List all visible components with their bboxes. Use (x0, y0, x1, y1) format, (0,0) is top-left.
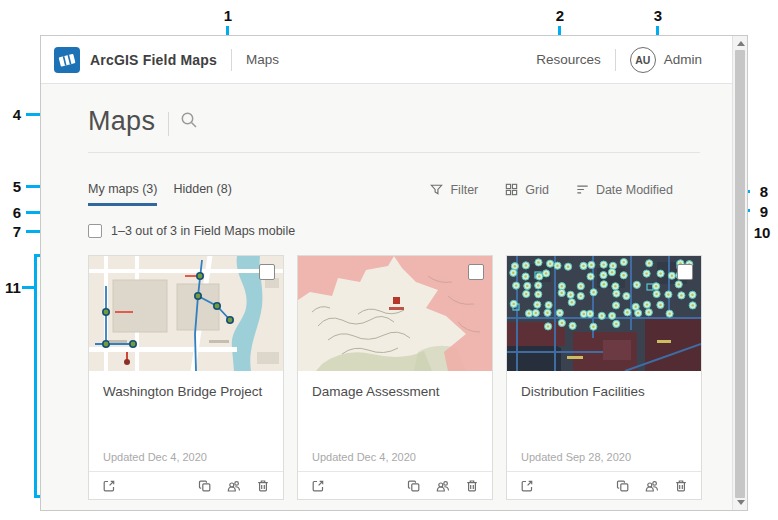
select-all-checkbox[interactable] (88, 224, 102, 238)
resources-link[interactable]: Resources (536, 52, 601, 67)
callout-label-1: 1 (215, 8, 241, 24)
card-footer (507, 471, 701, 499)
header-divider (231, 49, 232, 71)
delete-icon[interactable] (255, 478, 271, 494)
map-thumbnail[interactable] (298, 256, 492, 371)
card-title: Distribution Facilities (521, 384, 689, 399)
grid-icon (504, 182, 519, 197)
vertical-scrollbar[interactable] (732, 36, 747, 510)
duplicate-icon[interactable] (197, 478, 213, 494)
card-checkbox[interactable] (468, 264, 484, 280)
list-toolbar: Filter Grid Date Modified (429, 182, 673, 197)
title-divider (168, 112, 169, 136)
filter-button[interactable]: Filter (429, 182, 478, 197)
callout-label-10: 10 (749, 225, 775, 241)
mobile-selection-row: 1–3 out of 3 in Field Maps mobile (88, 224, 295, 238)
tab-my-maps[interactable]: My maps (3) (88, 182, 157, 206)
map-thumbnail[interactable] (89, 256, 283, 371)
card-checkbox[interactable] (259, 264, 275, 280)
share-group-icon[interactable] (435, 478, 451, 494)
card-title: Damage Assessment (312, 384, 480, 399)
app-header: ArcGIS Field Maps Maps Resources AU Admi… (41, 36, 734, 84)
map-thumbnail[interactable] (507, 256, 701, 371)
card-updated: Updated Dec 4, 2020 (312, 451, 416, 463)
open-map-icon[interactable] (519, 478, 535, 494)
app-title: ArcGIS Field Maps (90, 52, 217, 68)
grid-view-button[interactable]: Grid (504, 182, 549, 197)
card-footer (89, 471, 283, 499)
scrollbar-up-arrow-icon[interactable] (737, 41, 745, 46)
nav-maps[interactable]: Maps (246, 52, 279, 67)
page-title: Maps (88, 106, 155, 137)
tab-hidden[interactable]: Hidden (8) (173, 182, 231, 206)
card-footer (298, 471, 492, 499)
tab-bar: My maps (3) Hidden (8) (88, 182, 232, 206)
map-card-distribution-facilities[interactable]: Distribution Facilities Updated Sep 28, … (506, 255, 702, 500)
mobile-selection-label: 1–3 out of 3 in Field Maps mobile (111, 224, 295, 238)
filter-label: Filter (450, 183, 478, 197)
grid-label: Grid (525, 183, 549, 197)
open-map-icon[interactable] (101, 478, 117, 494)
duplicate-icon[interactable] (406, 478, 422, 494)
user-name[interactable]: Admin (664, 52, 702, 67)
delete-icon[interactable] (673, 478, 689, 494)
map-card-damage-assessment[interactable]: Damage Assessment Updated Dec 4, 2020 (297, 255, 493, 500)
callout-label-8: 8 (751, 184, 777, 200)
card-updated: Updated Dec 4, 2020 (103, 451, 207, 463)
sort-label: Date Modified (596, 183, 673, 197)
scrollbar-thumb[interactable] (735, 50, 745, 498)
share-group-icon[interactable] (226, 478, 242, 494)
callout-label-9: 9 (751, 204, 777, 220)
sort-button[interactable]: Date Modified (575, 182, 673, 197)
sort-icon (575, 182, 590, 197)
search-icon[interactable] (179, 110, 199, 130)
delete-icon[interactable] (464, 478, 480, 494)
open-map-icon[interactable] (310, 478, 326, 494)
duplicate-icon[interactable] (615, 478, 631, 494)
search-underline (88, 152, 700, 153)
field-maps-window: ArcGIS Field Maps Maps Resources AU Admi… (40, 35, 748, 511)
arcgis-field-maps-logo (54, 47, 80, 73)
user-avatar[interactable]: AU (630, 47, 656, 73)
callout-label-2: 2 (547, 8, 573, 24)
header-divider (615, 49, 616, 71)
callout-line (34, 254, 37, 498)
card-title: Washington Bridge Project (103, 384, 271, 399)
filter-icon (429, 182, 444, 197)
map-card-washington-bridge[interactable]: Washington Bridge Project Updated Dec 4,… (88, 255, 284, 500)
card-checkbox[interactable] (677, 264, 693, 280)
scrollbar-down-arrow-icon[interactable] (737, 500, 745, 505)
callout-label-3: 3 (645, 8, 671, 24)
card-updated: Updated Sep 28, 2020 (521, 451, 631, 463)
annotated-screenshot: 1 2 3 4 5 6 7 8 9 10 11 (0, 0, 778, 520)
share-group-icon[interactable] (644, 478, 660, 494)
